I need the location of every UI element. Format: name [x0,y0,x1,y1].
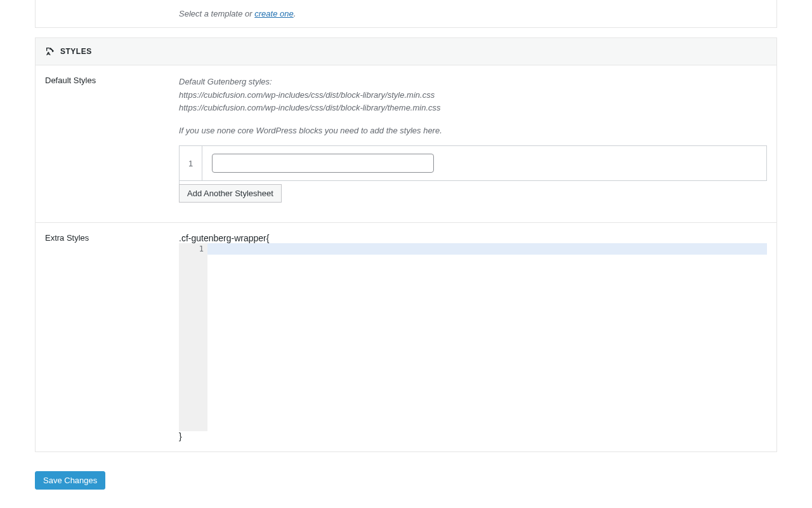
styles-panel: STYLES Default Styles Default Gutenberg … [35,37,777,452]
row-input-cell [202,146,767,181]
gutter-line-1: 1 [179,244,204,253]
add-stylesheet-button[interactable]: Add Another Stylesheet [179,184,282,203]
code-gutter: 1 [179,243,207,431]
code-body[interactable] [207,243,767,431]
default-styles-desc: Default Gutenberg styles: https://cubicf… [179,76,767,137]
css-wrapper-open: .cf-gutenberg-wrapper{ [179,233,767,243]
table-row: 1 [180,146,767,181]
desc-line1: Default Gutenberg styles: [179,76,767,88]
default-styles-content: Default Gutenberg styles: https://cubicf… [179,76,776,212]
css-code-editor[interactable]: 1 [179,243,767,431]
css-wrapper-close: } [179,431,767,441]
default-styles-label: Default Styles [36,76,179,212]
save-changes-button[interactable]: Save Changes [35,471,105,490]
desc-line3: https://cubicfusion.com/wp-includes/css/… [179,102,767,114]
desc-note: If you use none core WordPress blocks yo… [179,124,767,137]
row-number: 1 [180,146,202,181]
create-template-link[interactable]: create one [254,9,293,18]
styles-panel-header: STYLES [36,38,776,65]
stylesheets-table: 1 [179,145,767,181]
default-styles-row: Default Styles Default Gutenberg styles:… [36,65,776,223]
template-helper-suffix: . [294,9,296,18]
extra-styles-label: Extra Styles [36,233,179,441]
template-helper: Select a template or create one. [179,9,296,18]
desc-line2: https://cubicfusion.com/wp-includes/css/… [179,89,767,102]
extra-styles-content: .cf-gutenberg-wrapper{ 1 } [179,233,776,441]
styles-icon [45,46,55,57]
code-active-line[interactable] [207,243,767,255]
template-panel-bottom: Select a template or create one. [35,0,777,28]
stylesheet-url-input[interactable] [212,154,434,173]
template-helper-prefix: Select a template or [179,9,254,18]
extra-styles-row: Extra Styles .cf-gutenberg-wrapper{ 1 } [36,223,776,451]
styles-panel-title: STYLES [60,47,92,56]
